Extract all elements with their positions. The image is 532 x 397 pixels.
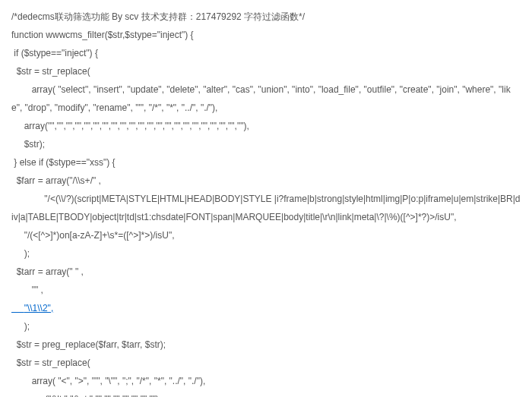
code-line-7: } else if ($stype=="xss") { [11, 153, 521, 172]
code-line-18: array( "<", ">", "'", "\"", ";", "/*", "… [11, 372, 521, 390]
code-line-19: array("&lt;","&gt;","","","","","","",""… [11, 390, 521, 397]
code-line-15: ); [11, 317, 521, 336]
code-line-9: "/<(\\/?)(script|META|STYLE|HTML|HEAD|BO… [11, 190, 521, 226]
code-line-4: array( "select", "insert", "update", "de… [11, 80, 521, 117]
code-line-10: "/(<[^>]*)on[a-zA-Z]+\s*=([^>]*>)/isU", [11, 226, 521, 244]
code-line-1: function wwwcms_filter($str,$stype="inje… [11, 26, 521, 44]
code-line-0: /*dedecms联动筛选功能 By scv 技术支持群：217479292 字… [11, 8, 521, 26]
code-line-6: $str); [11, 135, 521, 153]
code-block: /*dedecms联动筛选功能 By scv 技术支持群：217479292 字… [11, 8, 521, 397]
code-line-3: $str = str_replace( [11, 62, 521, 80]
code-line-17: $str = str_replace( [11, 354, 521, 372]
code-line-8: $farr = array("/\\s+/" , [11, 172, 521, 190]
code-line-5: array("","","","","","","","","","","","… [11, 117, 521, 135]
code-line-16: $str = preg_replace($farr, $tarr, $str); [11, 336, 521, 354]
code-line-14: "\\1\\2", [11, 299, 521, 317]
code-line-11: ); [11, 244, 521, 263]
code-link[interactable]: "\\1\\2", [11, 303, 53, 314]
code-line-2: if ($stype=="inject") { [11, 44, 521, 62]
code-line-12: $tarr = array(" " , [11, 263, 521, 281]
code-line-13: "" , [11, 281, 521, 299]
